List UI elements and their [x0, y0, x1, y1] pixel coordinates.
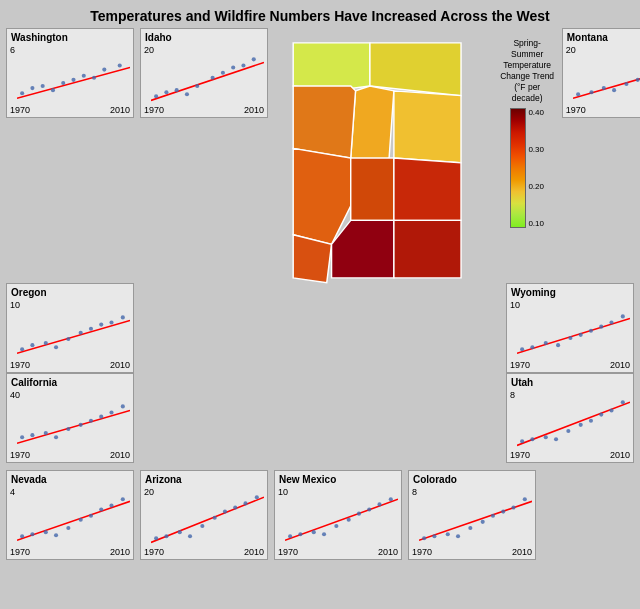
svg-point-2: [30, 86, 34, 90]
svg-point-18: [221, 71, 225, 75]
chart-colorado-title: Colorado: [413, 474, 531, 485]
chart-colorado: Colorado 8 1970 2010: [408, 470, 536, 560]
svg-marker-32: [394, 220, 461, 278]
chart-arizona-title: Arizona: [145, 474, 263, 485]
svg-marker-24: [351, 86, 394, 168]
main-title: Temperatures and Wildfire Numbers Have I…: [0, 0, 640, 28]
svg-point-54: [121, 315, 125, 319]
svg-point-69: [44, 431, 48, 435]
svg-point-97: [109, 503, 113, 507]
svg-point-57: [530, 345, 534, 349]
svg-point-101: [164, 534, 168, 538]
svg-point-94: [79, 518, 83, 522]
chart-nevada-title: Nevada: [11, 474, 129, 485]
svg-point-127: [481, 520, 485, 524]
svg-point-120: [389, 497, 393, 501]
svg-point-91: [44, 530, 48, 534]
chart-oregon-title: Oregon: [11, 287, 129, 298]
svg-point-98: [121, 497, 125, 501]
svg-point-14: [175, 88, 179, 92]
svg-line-44: [17, 320, 130, 353]
svg-point-82: [566, 429, 570, 433]
svg-point-95: [89, 514, 93, 518]
svg-point-74: [99, 415, 103, 419]
svg-point-79: [530, 437, 534, 441]
chart-washington-yval: 6: [10, 45, 15, 55]
svg-point-48: [54, 345, 58, 349]
svg-point-102: [178, 530, 182, 534]
svg-point-45: [20, 347, 24, 351]
svg-point-122: [422, 536, 426, 540]
svg-marker-30: [394, 158, 461, 220]
chart-california-title: California: [11, 377, 129, 388]
svg-point-93: [66, 526, 70, 530]
svg-point-72: [79, 423, 83, 427]
svg-point-130: [511, 505, 515, 509]
chart-colorado-yval: 8: [412, 487, 417, 497]
svg-point-87: [621, 400, 625, 404]
svg-line-33: [573, 65, 640, 98]
svg-point-113: [312, 530, 316, 534]
chart-washington: Washington 6 1970 2010: [6, 28, 134, 118]
svg-point-16: [195, 84, 199, 88]
svg-point-38: [624, 82, 628, 86]
svg-point-103: [188, 534, 192, 538]
svg-point-21: [252, 57, 256, 61]
svg-marker-22: [293, 43, 370, 91]
legend: Spring-SummerTemperatureChange Trend(°F …: [499, 38, 556, 228]
chart-montana-title: Montana: [567, 32, 640, 43]
svg-point-19: [231, 65, 235, 69]
svg-point-123: [432, 534, 436, 538]
svg-point-76: [121, 404, 125, 408]
legend-colorbar: [510, 108, 526, 228]
svg-point-52: [99, 323, 103, 327]
svg-point-8: [92, 76, 96, 80]
svg-point-73: [89, 419, 93, 423]
svg-point-83: [579, 423, 583, 427]
svg-point-89: [20, 534, 24, 538]
svg-point-39: [635, 78, 639, 82]
svg-point-70: [54, 435, 58, 439]
svg-point-49: [66, 337, 70, 341]
svg-point-51: [89, 327, 93, 331]
svg-point-131: [523, 497, 527, 501]
svg-point-61: [579, 333, 583, 337]
chart-idaho-title: Idaho: [145, 32, 263, 43]
svg-point-58: [544, 341, 548, 345]
svg-point-80: [544, 435, 548, 439]
svg-point-4: [51, 88, 55, 92]
svg-point-37: [612, 88, 616, 92]
legend-labels: 0.40 0.30 0.20 0.10: [528, 108, 544, 228]
svg-point-17: [211, 76, 215, 80]
chart-california: California 40 1970 2010: [6, 373, 134, 463]
svg-point-117: [357, 512, 361, 516]
svg-point-114: [322, 532, 326, 536]
svg-point-36: [601, 86, 605, 90]
svg-point-125: [456, 534, 460, 538]
svg-point-78: [520, 439, 524, 443]
svg-point-6: [71, 78, 75, 82]
svg-marker-25: [293, 86, 355, 158]
svg-marker-23: [370, 43, 461, 96]
svg-line-0: [17, 68, 130, 99]
svg-point-1: [20, 91, 24, 95]
svg-point-90: [30, 532, 34, 536]
svg-point-64: [609, 320, 613, 324]
svg-point-112: [298, 532, 302, 536]
svg-marker-29: [351, 158, 394, 220]
svg-point-126: [468, 526, 472, 530]
svg-point-53: [109, 320, 113, 324]
svg-point-100: [154, 536, 158, 540]
svg-point-115: [334, 524, 338, 528]
chart-montana: Montana 20 1970 2010: [562, 28, 640, 118]
svg-point-85: [599, 413, 603, 417]
svg-line-66: [17, 410, 130, 443]
svg-point-67: [20, 435, 24, 439]
svg-point-128: [491, 514, 495, 518]
chart-nevada-yval: 4: [10, 487, 15, 497]
svg-point-34: [576, 92, 580, 96]
western-us-map: [274, 28, 495, 288]
svg-point-96: [99, 507, 103, 511]
chart-wyoming: Wyoming 10 1970 2010: [506, 283, 634, 373]
svg-marker-31: [332, 220, 394, 278]
